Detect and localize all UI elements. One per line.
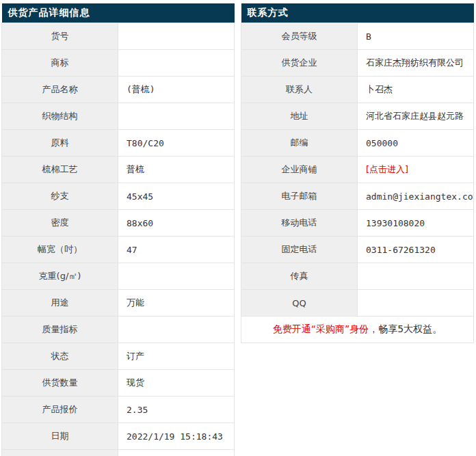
table-row: 电子邮箱admin@jiexiangtex.com (241, 183, 474, 210)
field-value: 0311-67261320 (358, 237, 474, 263)
field-value: 现货 (118, 370, 235, 397)
table-row: 商标 (2, 50, 235, 77)
table-row: 企业商铺[点击进入] (241, 157, 474, 183)
field-label: 电子邮箱 (241, 183, 358, 210)
table-row: 产品报价2.35 (2, 397, 235, 423)
field-label: 供货企业 (241, 50, 358, 77)
field-value: B (358, 23, 474, 50)
field-label: 邮编 (241, 130, 358, 157)
table-row: 状态订产 (2, 343, 235, 370)
table-row: 供货企业石家庄杰翔纺织有限公司 (241, 50, 474, 77)
field-label: QQ (241, 290, 358, 317)
table-row: 原料T80/C20 (2, 130, 235, 157)
field-value: admin@jiexiangtex.com (358, 183, 474, 210)
field-label: 企业商铺 (241, 157, 358, 183)
table-row: 备注 (2, 450, 235, 456)
table-row: 用途万能 (2, 290, 235, 317)
field-value: 2.35 (118, 397, 235, 423)
contact-info-table-title: 联系方式 (241, 3, 474, 23)
field-value: 13930108020 (358, 210, 474, 237)
field-value: 47 (118, 237, 235, 263)
field-label: 联系人 (241, 77, 358, 103)
table-row: 传真 (241, 263, 474, 290)
field-value: T80/C20 (118, 130, 235, 157)
table-row: 密度88x60 (2, 210, 235, 237)
table-row: QQ (241, 290, 474, 317)
field-label: 供货数量 (2, 370, 118, 397)
field-label: 纱支 (2, 183, 118, 210)
field-value (118, 263, 235, 290)
table-row: 供货数量现货 (2, 370, 235, 397)
field-label: 商标 (2, 50, 118, 77)
field-value: 石家庄杰翔纺织有限公司 (358, 50, 474, 77)
field-label: 密度 (2, 210, 118, 237)
field-value (118, 50, 235, 77)
promo-footer-row: 免费开通“采购商”身份，畅享5大权益。 (241, 317, 474, 343)
field-value: [点击进入] (358, 157, 474, 183)
field-value: 卜召杰 (358, 77, 474, 103)
promo-footer: 免费开通“采购商”身份，畅享5大权益。 (241, 317, 474, 343)
field-label: 会员等级 (241, 23, 358, 50)
table-row: 移动电话13930108020 (241, 210, 474, 237)
product-detail-table-title: 供货产品详细信息 (2, 3, 235, 23)
field-value (118, 450, 235, 456)
field-value: 88x60 (118, 210, 235, 237)
field-label: 产品名称 (2, 77, 118, 103)
field-label: 传真 (241, 263, 358, 290)
field-value (358, 263, 474, 290)
table-row: 货号 (2, 23, 235, 50)
field-label: 状态 (2, 343, 118, 370)
field-value (118, 103, 235, 130)
table-row: 会员等级B (241, 23, 474, 50)
table-row: 产品名称(普梳) (2, 77, 235, 103)
field-value: 万能 (118, 290, 235, 317)
field-value: 订产 (118, 343, 235, 370)
table-row: 地址河北省石家庄赵县赵元路 (241, 103, 474, 130)
table-row: 固定电话0311-67261320 (241, 237, 474, 263)
field-value: 050000 (358, 130, 474, 157)
field-value: 河北省石家庄赵县赵元路 (358, 103, 474, 130)
field-value (118, 23, 235, 50)
table-row: 日期2022/1/19 15:18:43 (2, 423, 235, 450)
company-shop-enter-link[interactable]: [点击进入] (366, 164, 408, 174)
table-row: 克重(g/㎡) (2, 263, 235, 290)
promo-footer-text: ，畅享5大权益。 (369, 323, 442, 334)
field-label: 质量指标 (2, 317, 118, 343)
field-value: 普梳 (118, 157, 235, 183)
field-label: 织物结构 (2, 103, 118, 130)
table-row: 梳棉工艺普梳 (2, 157, 235, 183)
field-label: 幅宽（吋） (2, 237, 118, 263)
field-label: 梳棉工艺 (2, 157, 118, 183)
field-label: 产品报价 (2, 397, 118, 423)
field-value: 45x45 (118, 183, 235, 210)
field-label: 货号 (2, 23, 118, 50)
product-detail-table: 供货产品详细信息 货号商标产品名称(普梳)织物结构原料T80/C20梳棉工艺普梳… (1, 3, 235, 456)
table-row: 织物结构 (2, 103, 235, 130)
field-label: 克重(g/㎡) (2, 263, 118, 290)
table-row: 纱支45x45 (2, 183, 235, 210)
field-value (358, 290, 474, 317)
field-label: 日期 (2, 423, 118, 450)
field-label: 地址 (241, 103, 358, 130)
page-container: 供货产品详细信息 货号商标产品名称(普梳)织物结构原料T80/C20梳棉工艺普梳… (0, 0, 476, 456)
promo-buyer-upgrade-link[interactable]: 免费开通“采购商”身份 (273, 323, 369, 334)
contact-info-table: 联系方式 会员等级B供货企业石家庄杰翔纺织有限公司联系人卜召杰地址河北省石家庄赵… (241, 3, 474, 343)
field-label: 原料 (2, 130, 118, 157)
field-label: 移动电话 (241, 210, 358, 237)
table-row: 幅宽（吋）47 (2, 237, 235, 263)
field-value: 2022/1/19 15:18:43 (118, 423, 235, 450)
table-row: 质量指标 (2, 317, 235, 343)
table-row: 邮编050000 (241, 130, 474, 157)
field-label: 用途 (2, 290, 118, 317)
field-value (118, 317, 235, 343)
field-value: (普梳) (118, 77, 235, 103)
field-label: 固定电话 (241, 237, 358, 263)
field-label: 备注 (2, 450, 118, 456)
table-row: 联系人卜召杰 (241, 77, 474, 103)
